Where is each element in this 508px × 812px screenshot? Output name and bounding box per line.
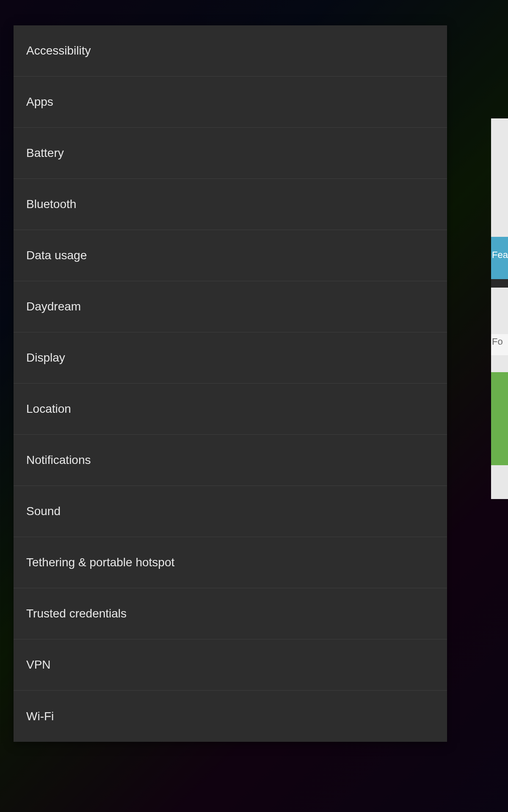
menu-item-label: Sound — [26, 505, 61, 518]
menu-item-label: Wi-Fi — [26, 710, 54, 723]
menu-item-tethering[interactable]: Tethering & portable hotspot — [14, 537, 447, 588]
background-widget-white: Fo — [491, 334, 508, 355]
settings-menu: Accessibility Apps Battery Bluetooth Dat… — [14, 25, 447, 742]
menu-item-display[interactable]: Display — [14, 332, 447, 384]
menu-item-daydream[interactable]: Daydream — [14, 281, 447, 332]
menu-item-accessibility[interactable]: Accessibility — [14, 25, 447, 77]
background-widget-dark — [491, 279, 508, 288]
menu-item-location[interactable]: Location — [14, 384, 447, 435]
menu-item-wifi[interactable]: Wi-Fi — [14, 691, 447, 742]
background-widget-teal: Fea — [491, 237, 508, 279]
menu-item-label: VPN — [26, 658, 51, 672]
menu-item-label: Display — [26, 351, 65, 365]
menu-item-label: Trusted credentials — [26, 607, 127, 620]
menu-item-label: Battery — [26, 146, 64, 160]
menu-item-data-usage[interactable]: Data usage — [14, 230, 447, 281]
menu-item-label: Notifications — [26, 453, 91, 467]
menu-item-label: Apps — [26, 95, 53, 109]
menu-item-label: Data usage — [26, 249, 87, 262]
menu-item-label: Bluetooth — [26, 198, 76, 211]
menu-item-label: Location — [26, 402, 71, 416]
menu-item-notifications[interactable]: Notifications — [14, 435, 447, 486]
menu-item-trusted-credentials[interactable]: Trusted credentials — [14, 588, 447, 639]
menu-item-battery[interactable]: Battery — [14, 128, 447, 179]
menu-item-label: Tethering & portable hotspot — [26, 556, 174, 569]
background-widget-green — [491, 372, 508, 465]
menu-item-apps[interactable]: Apps — [14, 77, 447, 128]
menu-item-vpn[interactable]: VPN — [14, 639, 447, 691]
menu-item-label: Daydream — [26, 300, 81, 313]
menu-item-bluetooth[interactable]: Bluetooth — [14, 179, 447, 230]
menu-item-sound[interactable]: Sound — [14, 486, 447, 537]
menu-item-label: Accessibility — [26, 44, 91, 58]
